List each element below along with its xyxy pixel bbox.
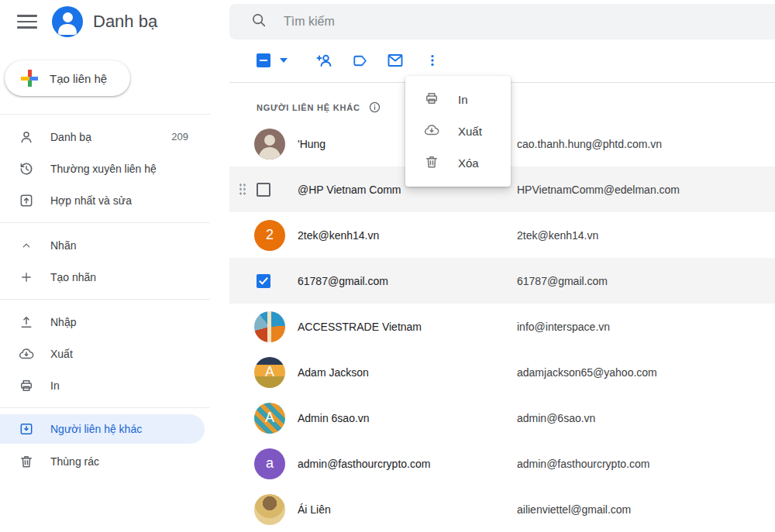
divider (0, 222, 210, 223)
sidebar-item-import[interactable]: Nhập (0, 306, 210, 338)
sidebar-item-create-label[interactable]: Tạo nhãn (0, 261, 210, 293)
history-icon (19, 161, 34, 177)
contact-email: 2tek@kenh14.vn (517, 229, 775, 242)
contact-email: admin@6sao.vn (517, 412, 775, 424)
trash-icon (424, 154, 439, 173)
merge-fix-icon (19, 193, 34, 208)
search-icon (250, 12, 267, 32)
cloud-download-icon (19, 346, 34, 362)
sidebar-item-trash[interactable]: Thùng rác (0, 445, 210, 477)
google-contacts-app: Danh bạ Tạo liên hệ Danh bạ 209 Thường x… (0, 0, 775, 532)
drag-handle-icon[interactable] (239, 183, 246, 196)
upload-icon (19, 314, 34, 330)
sidebar-item-merge-fix[interactable]: Hợp nhất và sửa (0, 184, 210, 216)
sidebar-item-frequent[interactable]: Thường xuyên liên hệ (0, 153, 210, 184)
contact-email: adamjackson65@yahoo.com (517, 366, 775, 379)
search-placeholder: Tìm kiếm (284, 15, 335, 29)
contact-name: Adam Jackson (298, 366, 517, 379)
contact-name: Admin 6sao.vn (298, 412, 517, 424)
contact-email: admin@fasthourcrypto.com (517, 458, 775, 470)
info-icon[interactable] (368, 101, 381, 114)
contact-email: HPVietnamComm@edelman.com (517, 184, 775, 196)
sidebar-item-labels[interactable]: Nhãn (0, 229, 210, 261)
sidebar-item-print[interactable]: In (0, 369, 210, 401)
contact-email: 61787@gmail.com (517, 275, 775, 287)
manage-labels-button[interactable] (351, 52, 369, 70)
hamburger-menu-icon[interactable] (17, 15, 37, 29)
menu-item-export[interactable]: Xuất (405, 115, 511, 147)
multicolor-plus-icon (21, 70, 38, 87)
more-actions-menu: In Xuất Xóa (405, 76, 511, 187)
contact-row[interactable]: A Adam Jackson adamjackson65@yahoo.com (229, 349, 775, 395)
chevron-up-icon (19, 238, 34, 253)
sidebar-item-other-contacts[interactable]: Người liên hệ khác (0, 414, 205, 444)
chevron-down-icon[interactable] (280, 58, 288, 63)
avatar: 2 (254, 220, 285, 251)
sidebar: Danh bạ Tạo liên hệ Danh bạ 209 Thường x… (0, 0, 229, 532)
cloud-download-icon (424, 122, 439, 141)
contact-row[interactable]: 2 2tek@kenh14.vn 2tek@kenh14.vn (229, 212, 775, 258)
contact-email: info@interspace.vn (517, 321, 775, 333)
contact-row[interactable]: Ái Liên ailienviettel@gmail.com (229, 486, 775, 532)
person-icon (19, 129, 34, 145)
contact-name: Ái Liên (298, 503, 517, 516)
divider (0, 114, 210, 115)
row-checkbox[interactable] (257, 183, 270, 197)
menu-item-delete[interactable]: Xóa (405, 147, 511, 179)
other-contacts-icon (19, 421, 34, 437)
contact-email: ailienviettel@gmail.com (517, 503, 775, 516)
divider (0, 299, 210, 300)
avatar (254, 494, 285, 525)
contact-name: 61787@gmail.com (298, 275, 517, 287)
contact-name: admin@fasthourcrypto.com (298, 458, 517, 470)
trash-icon (19, 454, 34, 469)
avatar: A (254, 403, 285, 434)
contact-row[interactable]: A Admin 6sao.vn admin@6sao.vn (229, 395, 775, 441)
row-checkbox-checked[interactable] (257, 274, 270, 288)
contact-row[interactable]: 61787@gmail.com 61787@gmail.com (229, 258, 775, 304)
create-contact-label: Tạo liên hệ (50, 72, 107, 85)
contact-name: ACCESSTRADE Vietnam (298, 321, 517, 333)
menu-item-print[interactable]: In (405, 84, 511, 115)
avatar (254, 311, 285, 342)
avatar: A (254, 357, 285, 388)
app-title: Danh bạ (93, 12, 157, 32)
app-header: Danh bạ (0, 0, 229, 43)
avatar: a (254, 448, 285, 479)
contact-row[interactable]: ACCESSTRADE Vietnam info@interspace.vn (229, 304, 775, 349)
section-header: NGƯỜI LIÊN HỆ KHÁC (257, 101, 775, 114)
sidebar-item-export[interactable]: Xuất (0, 338, 210, 369)
contacts-count: 209 (171, 131, 188, 142)
sidebar-nav: Danh bạ 209 Thường xuyên liên hệ Hợp nhấ… (0, 114, 229, 477)
main-content: Tìm kiếm NGƯỜI LIÊN HỆ KHÁC (229, 0, 775, 532)
create-contact-button[interactable]: Tạo liên hệ (5, 60, 130, 96)
section-title: NGƯỜI LIÊN HỆ KHÁC (257, 103, 360, 112)
contact-email: cao.thanh.hung@phtd.com.vn (517, 138, 775, 150)
printer-icon (19, 378, 34, 393)
send-email-button[interactable] (386, 51, 405, 70)
plus-icon (19, 269, 34, 285)
contacts-logo-icon (52, 6, 83, 37)
divider (0, 407, 210, 408)
avatar (254, 129, 285, 160)
printer-icon (424, 91, 439, 109)
select-all-checkbox[interactable] (257, 53, 270, 67)
contact-name: 2tek@kenh14.vn (298, 229, 517, 242)
more-actions-button[interactable] (425, 52, 440, 69)
search-input[interactable]: Tìm kiếm (229, 4, 775, 39)
contact-row[interactable]: a admin@fasthourcrypto.com admin@fasthou… (229, 441, 775, 486)
sidebar-item-contacts[interactable]: Danh bạ 209 (0, 121, 210, 153)
add-to-contacts-button[interactable] (315, 51, 334, 70)
